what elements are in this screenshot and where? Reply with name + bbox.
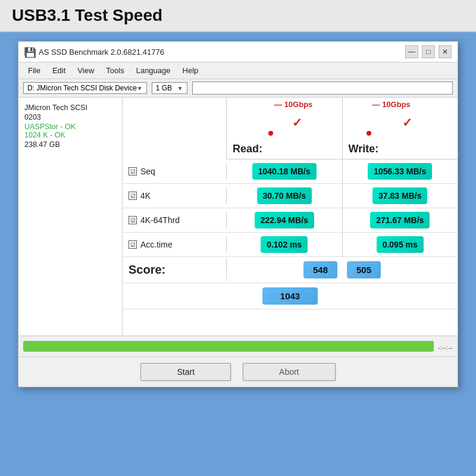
titlebar: 💾 AS SSD Benchmark 2.0.6821.41776 — □ ✕ [18,42,458,62]
minimize-button[interactable]: — [405,45,418,58]
read-annotation: — 10Gbps [274,100,312,109]
size-dropdown-arrow: ▼ [177,85,183,92]
size-selector[interactable]: 1 GB ▼ [152,82,187,94]
main-content: JMicron Tech SCSI 0203 UASPStor - OK 102… [18,98,458,336]
header-spacer [123,98,227,159]
start-button[interactable]: Start [140,363,231,381]
bench-read-4k64: 222.94 MB/s [227,208,343,232]
acctime-read-value: 0.102 ms [261,236,308,253]
device-model: 0203 [24,113,116,121]
result-input-box[interactable] [192,82,453,95]
checkbox-4k[interactable]: ☑ [129,192,137,200]
read-column-header: — 10Gbps ✓ Read: [227,98,343,159]
write-dot [367,131,371,136]
size-label: 1 GB [156,84,172,92]
window-controls: — □ ✕ [405,45,452,58]
score-label: Score: [123,258,227,281]
page-title: USB3.1 Test Speed [12,6,162,24]
app-window: 💾 AS SSD Benchmark 2.0.6821.41776 — □ ✕ … [18,41,458,387]
seq-read-value: 1040.18 MB/s [252,163,317,180]
menu-file[interactable]: File [22,64,46,77]
benchmark-rows: ☑ Seq 1040.18 MB/s 1056.33 MB/s [123,159,458,257]
table-row: ☑ Acc.time 0.102 ms 0.095 ms [123,233,458,257]
abort-button[interactable]: Abort [243,363,335,381]
bench-label-4k64: ☑ 4K-64Thrd [123,212,227,228]
checkbox-seq[interactable]: ☑ [129,167,137,176]
disk-selector[interactable]: D: JMicron Tech SCSI Disk Device ▼ [23,82,147,94]
table-row: ☑ 4K 30.70 MB/s 37.83 MB/s [123,184,458,208]
4k64-read-value: 222.94 MB/s [255,212,314,228]
progress-area: -:--:-- [18,336,458,356]
4k-write-value: 37.83 MB/s [372,187,427,204]
rw-header-row: — 10Gbps ✓ Read: — 10Gbps [123,98,458,159]
close-button[interactable]: ✕ [439,45,452,58]
bench-write-4k64: 271.67 MB/s [343,208,458,232]
checkbox-4k64[interactable]: ☑ [129,216,137,224]
device-capacity: 238.47 GB [24,140,116,149]
bench-read-4k: 30.70 MB/s [227,184,343,208]
bench-write-seq: 1056.33 MB/s [343,159,458,183]
checkbox-acctime[interactable]: ☑ [129,240,137,249]
menu-edit[interactable]: Edit [46,64,71,77]
toolbar: D: JMicron Tech SCSI Disk Device ▼ 1 GB … [18,79,458,98]
progress-timer: -:--:-- [439,344,453,351]
read-header-label: Read: [227,139,342,159]
total-score-row: 1043 [123,283,458,309]
bench-label-seq: ☑ Seq [123,163,227,180]
progress-track [23,341,434,352]
read-dot [268,131,273,136]
4k-read-value: 30.70 MB/s [257,187,312,204]
4k64-write-value: 271.67 MB/s [370,212,430,228]
menu-view[interactable]: View [71,64,100,77]
maximize-button[interactable]: □ [422,45,435,58]
device-name: JMicron Tech SCSI [24,104,116,112]
device-status2: 1024 K - OK [24,131,116,139]
disk-label: D: JMicron Tech SCSI Disk Device [27,84,137,92]
score-row: Score: 548 505 [123,257,458,283]
disk-dropdown-arrow: ▼ [137,85,143,92]
page-header: USB3.1 Test Speed [0,0,476,32]
bench-read-acctime: 0.102 ms [227,233,343,256]
bench-write-acctime: 0.095 ms [343,233,458,256]
bench-label-acctime: ☑ Acc.time [123,236,227,253]
menu-tools[interactable]: Tools [100,64,130,77]
device-status1: UASPStor - OK [24,123,116,131]
write-column-header: — 10Gbps ✓ Write: [343,98,458,159]
acctime-write-value: 0.095 ms [377,236,424,253]
device-info-panel: JMicron Tech SCSI 0203 UASPStor - OK 102… [18,98,123,336]
app-icon: 💾 [24,47,34,57]
progress-bar [24,342,433,351]
read-score: 548 [303,261,337,278]
write-header-label: Write: [343,139,458,159]
bottom-bar: Start Abort [18,356,458,387]
menu-help[interactable]: Help [177,64,205,77]
total-score: 1043 [262,287,318,305]
window-title: AS SSD Benchmark 2.0.6821.41776 [39,48,400,57]
table-row: ☑ 4K-64Thrd 222.94 MB/s 271.67 MB/s [123,208,458,233]
table-row: ☑ Seq 1040.18 MB/s 1056.33 MB/s [123,159,458,184]
bench-read-seq: 1040.18 MB/s [227,159,343,183]
write-checkmark: ✓ [402,115,412,130]
read-checkmark: ✓ [292,115,302,130]
menubar: File Edit View Tools Language Help [18,62,458,79]
bench-write-4k: 37.83 MB/s [343,184,458,208]
bench-label-4k: ☑ 4K [123,187,227,204]
menu-language[interactable]: Language [130,64,177,77]
write-annotation: — 10Gbps [372,100,411,109]
score-cells: 548 505 [227,257,458,283]
window-wrapper: 💾 AS SSD Benchmark 2.0.6821.41776 — □ ✕ … [0,32,476,396]
write-score: 505 [347,261,381,278]
results-area: — 10Gbps ✓ Read: — 10Gbps [123,98,458,336]
seq-write-value: 1056.33 MB/s [368,163,432,180]
